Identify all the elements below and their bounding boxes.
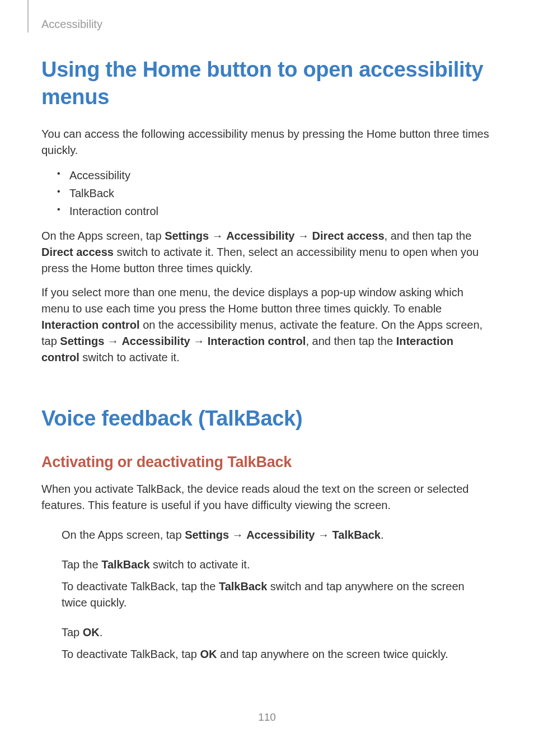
heading-home-button: Using the Home button to open accessibil… [41, 56, 493, 111]
list-item: TalkBack [57, 184, 493, 202]
accessibility-menu-list: Accessibility TalkBack Interaction contr… [41, 166, 493, 220]
page-number: 110 [0, 711, 534, 724]
direct-access-paragraph: On the Apps screen, tap Settings → Acces… [41, 228, 493, 277]
running-header: Accessibility [41, 18, 102, 31]
step-2-line-1: Tap the TalkBack switch to activate it. [62, 557, 493, 573]
subheading-activating-talkback: Activating or deactivating TalkBack [41, 454, 493, 471]
list-item: Interaction control [57, 202, 493, 220]
heading-voice-feedback: Voice feedback (TalkBack) [41, 405, 493, 432]
step-1: On the Apps screen, tap Settings → Acces… [62, 527, 493, 543]
step-3-line-1: Tap OK. [62, 624, 493, 641]
header-rule [27, 0, 29, 32]
intro-paragraph: You can access the following accessibili… [41, 126, 493, 158]
list-item: Accessibility [57, 166, 493, 184]
step-2-line-2: To deactivate TalkBack, tap the TalkBack… [62, 578, 493, 611]
multi-menu-paragraph: If you select more than one menu, the de… [41, 284, 493, 366]
talkback-intro-paragraph: When you activate TalkBack, the device r… [41, 481, 493, 514]
step-3-line-2: To deactivate TalkBack, tap OK and tap a… [62, 646, 493, 662]
